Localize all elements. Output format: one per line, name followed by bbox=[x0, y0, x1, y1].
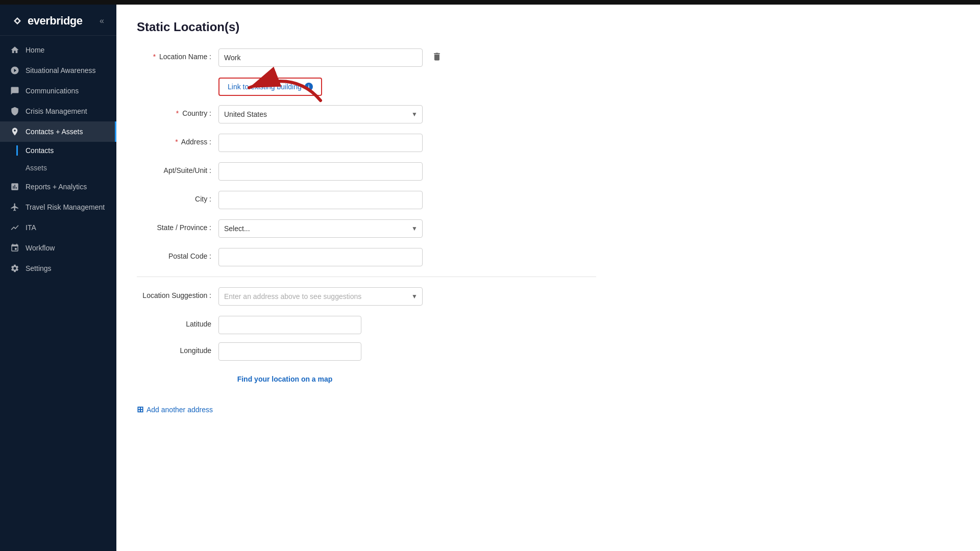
sidebar-item-workflow[interactable]: Workflow bbox=[0, 238, 116, 258]
sidebar-subitem-assets[interactable]: Assets bbox=[0, 159, 116, 177]
sidebar-item-label-crisis: Crisis Management bbox=[26, 107, 87, 115]
logo: everbridge bbox=[10, 14, 83, 28]
add-another-address-button[interactable]: ⊞ Add another address bbox=[137, 402, 213, 417]
radar-icon bbox=[10, 66, 19, 75]
city-row: City : bbox=[137, 191, 596, 209]
longitude-input[interactable] bbox=[218, 342, 361, 361]
form-divider bbox=[137, 277, 596, 277]
sidebar-item-communications[interactable]: Communications bbox=[0, 81, 116, 101]
sidebar-item-label-workflow: Workflow bbox=[26, 244, 55, 252]
sidebar-item-crisis-management[interactable]: Crisis Management bbox=[0, 101, 116, 121]
location-name-label: * Location Name : bbox=[137, 48, 218, 61]
sidebar-logo-area: everbridge « bbox=[0, 5, 116, 36]
postal-label: Postal Code : bbox=[137, 248, 218, 260]
address-row: * Address : bbox=[137, 134, 596, 152]
latitude-input[interactable] bbox=[218, 316, 361, 334]
suggestion-select-wrapper: Enter an address above to see suggestion… bbox=[218, 287, 423, 306]
chart-icon bbox=[10, 182, 19, 191]
delete-location-button[interactable] bbox=[429, 48, 445, 67]
link-building-label: Link to existing building bbox=[228, 83, 302, 91]
sidebar-subitem-label-contacts: Contacts bbox=[26, 146, 54, 155]
lat-long-section: Latitude Longitude bbox=[137, 316, 596, 361]
location-suggestion-row: Location Suggestion : Enter an address a… bbox=[137, 287, 596, 306]
collapse-button[interactable]: « bbox=[97, 14, 106, 28]
sidebar-item-label-ita: ITA bbox=[26, 223, 36, 232]
page-title: Static Location(s) bbox=[137, 20, 960, 34]
location-icon bbox=[10, 127, 19, 136]
sidebar-nav: Home Situational Awareness Communication… bbox=[0, 36, 116, 551]
add-address-label: Add another address bbox=[146, 406, 213, 414]
location-suggestion-select[interactable]: Enter an address above to see suggestion… bbox=[218, 287, 423, 306]
apt-input[interactable] bbox=[218, 162, 423, 181]
latitude-row: Latitude bbox=[137, 316, 596, 334]
city-input[interactable] bbox=[218, 191, 423, 209]
apt-label: Apt/Suite/Unit : bbox=[137, 162, 218, 174]
sidebar-item-reports-analytics[interactable]: Reports + Analytics bbox=[0, 177, 116, 197]
shield-icon bbox=[10, 107, 19, 116]
sidebar-item-contacts-assets[interactable]: Contacts + Assets bbox=[0, 121, 116, 142]
link-building-row: Link to existing building i bbox=[137, 78, 596, 96]
sidebar-item-settings[interactable]: Settings bbox=[0, 258, 116, 279]
home-icon bbox=[10, 45, 19, 55]
city-label: City : bbox=[137, 191, 218, 203]
location-name-input[interactable] bbox=[218, 48, 423, 67]
location-suggestion-label: Location Suggestion : bbox=[137, 287, 218, 299]
pulse-icon bbox=[10, 223, 19, 232]
main-content: Static Location(s) * Location Name : Lin… bbox=[116, 5, 980, 551]
country-select[interactable]: United States Canada United Kingdom bbox=[218, 105, 423, 123]
logo-icon bbox=[10, 14, 24, 28]
country-label: * Country : bbox=[137, 105, 218, 117]
gear-icon bbox=[10, 264, 19, 273]
find-map-row: Find your location on a map bbox=[137, 371, 433, 387]
country-select-wrapper: United States Canada United Kingdom ▼ bbox=[218, 105, 423, 123]
trash-icon bbox=[432, 52, 442, 62]
sidebar-item-ita[interactable]: ITA bbox=[0, 217, 116, 238]
flow-icon bbox=[10, 243, 19, 253]
info-icon: i bbox=[305, 83, 313, 91]
logo-text: everbridge bbox=[28, 14, 83, 28]
chat-icon bbox=[10, 86, 19, 95]
sidebar-item-label-travel: Travel Risk Management bbox=[26, 203, 105, 211]
sidebar-item-home[interactable]: Home bbox=[0, 40, 116, 60]
latitude-label: Latitude bbox=[137, 316, 218, 328]
plane-icon bbox=[10, 203, 19, 212]
longitude-label: Longitude bbox=[137, 342, 218, 355]
state-select[interactable]: Select... California New York Texas bbox=[218, 219, 423, 238]
static-location-form: * Location Name : Link to existing build… bbox=[137, 48, 596, 417]
address-label: * Address : bbox=[137, 134, 218, 146]
sidebar-subitem-label-assets: Assets bbox=[26, 164, 47, 172]
state-row: State / Province : Select... California … bbox=[137, 219, 596, 238]
required-star-address: * bbox=[175, 138, 178, 146]
sidebar-subitem-contacts[interactable]: Contacts bbox=[0, 142, 116, 159]
link-building-button[interactable]: Link to existing building i bbox=[218, 78, 322, 96]
sidebar-item-label-settings: Settings bbox=[26, 264, 52, 272]
longitude-row: Longitude bbox=[137, 342, 596, 361]
sidebar-item-situational-awareness[interactable]: Situational Awareness bbox=[0, 60, 116, 81]
add-address-row: ⊞ Add another address bbox=[137, 402, 596, 417]
sidebar: everbridge « Home Situational Awareness … bbox=[0, 5, 116, 551]
sidebar-item-label-communications: Communications bbox=[26, 87, 79, 95]
state-select-wrapper: Select... California New York Texas ▼ bbox=[218, 219, 423, 238]
find-map-link[interactable]: Find your location on a map bbox=[137, 371, 433, 387]
sidebar-item-label-reports: Reports + Analytics bbox=[26, 183, 87, 191]
location-name-row: * Location Name : bbox=[137, 48, 596, 67]
state-label: State / Province : bbox=[137, 219, 218, 232]
postal-row: Postal Code : bbox=[137, 248, 596, 266]
sidebar-item-label-home: Home bbox=[26, 46, 44, 54]
sidebar-item-label-contacts-assets: Contacts + Assets bbox=[26, 128, 83, 136]
sidebar-item-travel-risk[interactable]: Travel Risk Management bbox=[0, 197, 116, 217]
address-input[interactable] bbox=[218, 134, 423, 152]
sidebar-item-label-situational: Situational Awareness bbox=[26, 66, 96, 74]
required-star-country: * bbox=[176, 109, 179, 117]
required-star-name: * bbox=[153, 53, 156, 61]
country-row: * Country : United States Canada United … bbox=[137, 105, 596, 123]
apt-row: Apt/Suite/Unit : bbox=[137, 162, 596, 181]
postal-input[interactable] bbox=[218, 248, 423, 266]
plus-icon: ⊞ bbox=[137, 405, 143, 414]
